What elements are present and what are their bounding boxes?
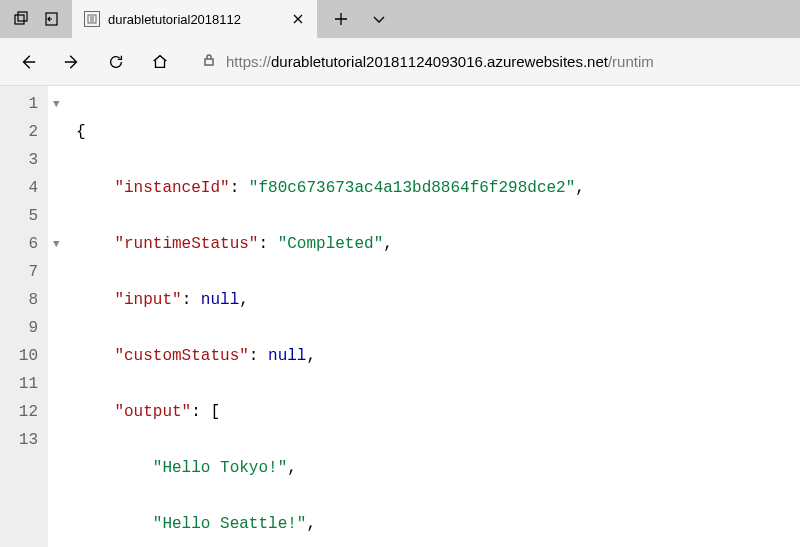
refresh-button[interactable] xyxy=(94,40,138,84)
fold-gutter: ▼ ▼ xyxy=(48,86,76,547)
back-button[interactable] xyxy=(6,40,50,84)
line-number: 11 xyxy=(0,370,38,398)
svg-rect-0 xyxy=(15,15,24,24)
svg-rect-4 xyxy=(205,59,213,65)
json-value: null xyxy=(268,347,306,365)
line-number: 1 xyxy=(0,90,38,118)
line-number: 6 xyxy=(0,230,38,258)
json-value: "Completed" xyxy=(278,235,384,253)
svg-rect-1 xyxy=(18,12,27,21)
line-number: 4 xyxy=(0,174,38,202)
tab-strip-actions xyxy=(317,0,397,38)
tab-strip: durabletutorial2018112 xyxy=(0,0,800,38)
json-value: "Hello Tokyo!" xyxy=(153,459,287,477)
json-key: "instanceId" xyxy=(114,179,229,197)
fold-toggle-icon[interactable]: ▼ xyxy=(53,230,60,258)
line-number: 5 xyxy=(0,202,38,230)
line-number: 12 xyxy=(0,398,38,426)
forward-button[interactable] xyxy=(50,40,94,84)
url-scheme: https:// xyxy=(226,53,271,70)
line-number: 8 xyxy=(0,286,38,314)
page-content: 1 2 3 4 5 6 7 8 9 10 11 12 13 ▼ ▼ { "ins… xyxy=(0,86,800,547)
window-controls xyxy=(0,0,72,38)
url-path: /runtim xyxy=(608,53,654,70)
page-favicon xyxy=(84,11,100,27)
new-tab-button[interactable] xyxy=(323,0,359,38)
json-code: { "instanceId": "f80c673673ac4a13bd8864f… xyxy=(76,86,585,547)
url-text: https://durabletutorial20181124093016.az… xyxy=(226,53,654,70)
tab-overflow-button[interactable] xyxy=(361,0,397,38)
json-value: "f80c673673ac4a13bd8864f6f298dce2" xyxy=(249,179,575,197)
set-aside-icon[interactable] xyxy=(36,0,66,38)
line-number: 9 xyxy=(0,314,38,342)
json-key: "runtimeStatus" xyxy=(114,235,258,253)
lock-icon xyxy=(202,53,216,70)
line-number: 3 xyxy=(0,146,38,174)
line-number-gutter: 1 2 3 4 5 6 7 8 9 10 11 12 13 xyxy=(0,86,48,547)
line-number: 2 xyxy=(0,118,38,146)
json-key: "customStatus" xyxy=(114,347,248,365)
browser-tab[interactable]: durabletutorial2018112 xyxy=(72,0,317,38)
line-number: 13 xyxy=(0,426,38,454)
line-number: 7 xyxy=(0,258,38,286)
url-host: durabletutorial20181124093016.azurewebsi… xyxy=(271,53,608,70)
address-bar[interactable]: https://durabletutorial20181124093016.az… xyxy=(192,46,794,78)
json-key: "input" xyxy=(114,291,181,309)
line-number: 10 xyxy=(0,342,38,370)
json-key: "output" xyxy=(114,403,191,421)
nav-bar: https://durabletutorial20181124093016.az… xyxy=(0,38,800,86)
fold-toggle-icon[interactable]: ▼ xyxy=(53,90,60,118)
tab-actions-icon[interactable] xyxy=(6,0,36,38)
json-value: null xyxy=(201,291,239,309)
tab-title: durabletutorial2018112 xyxy=(108,12,241,27)
json-value: "Hello Seattle!" xyxy=(153,515,307,533)
home-button[interactable] xyxy=(138,40,182,84)
close-tab-button[interactable] xyxy=(289,10,307,28)
